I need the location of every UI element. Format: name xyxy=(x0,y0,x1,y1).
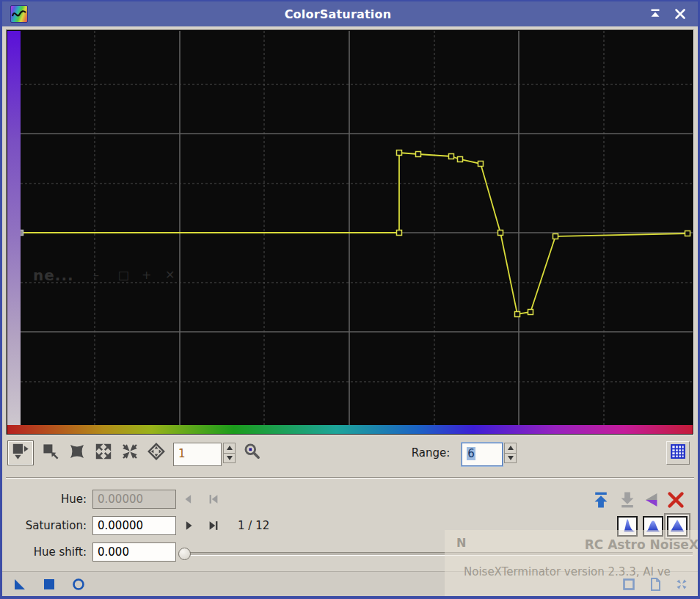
pan-mode-icon xyxy=(147,443,165,463)
zoom-11-icon xyxy=(244,443,261,463)
curve-point[interactable] xyxy=(458,157,463,162)
window-border-left xyxy=(0,0,2,599)
curve-point[interactable] xyxy=(498,230,503,236)
saturation-row: Saturation: 0.00000 1 / 12 xyxy=(0,515,700,536)
saturation-gradient-strip xyxy=(7,31,21,425)
zoom-11-button[interactable] xyxy=(243,443,262,462)
last-point-icon[interactable] xyxy=(207,519,220,532)
realtime-preview-icon[interactable] xyxy=(71,577,86,592)
cubic-interpolation-icon xyxy=(645,517,661,536)
grid-icon xyxy=(670,443,686,462)
shade-icon[interactable] xyxy=(648,7,663,21)
akima-interpolation-icon xyxy=(619,517,635,536)
range-spin-up-button[interactable] xyxy=(504,443,517,453)
next-point-icon[interactable] xyxy=(182,519,195,532)
hue-shift-slider-handle[interactable] xyxy=(178,548,191,560)
reverse-curve-icon xyxy=(641,498,660,512)
delete-point-mode-icon xyxy=(68,443,86,463)
curve-point[interactable] xyxy=(21,230,23,236)
hue-field: 0.00000 xyxy=(92,490,176,509)
zoom-spin-down-button[interactable] xyxy=(223,453,236,464)
zoom-spin-up-button[interactable] xyxy=(223,443,236,453)
range-spin-down-button[interactable] xyxy=(504,453,517,464)
zoom-in-arrows-icon xyxy=(121,443,139,463)
curve-point[interactable] xyxy=(397,150,402,156)
process-button-bar xyxy=(2,571,698,596)
close-icon[interactable] xyxy=(673,7,688,21)
store-curve-button[interactable] xyxy=(591,490,610,509)
apply-icon[interactable] xyxy=(42,577,56,592)
colorsaturation-app-icon xyxy=(10,5,28,23)
select-point-mode-icon xyxy=(42,443,59,463)
point-index: 1 / 12 xyxy=(238,515,269,536)
edit-point-mode-icon xyxy=(12,443,29,463)
linear-interpolation-button[interactable] xyxy=(667,516,688,537)
zoom-spinbox[interactable]: 1 xyxy=(173,443,236,463)
saturation-field[interactable]: 0.00000 xyxy=(92,516,176,535)
zoom-input[interactable]: 1 xyxy=(173,443,222,466)
curve-point[interactable] xyxy=(478,161,484,167)
down-triangle-icon xyxy=(227,456,233,460)
curve-point[interactable] xyxy=(528,310,533,315)
edit-point-mode-button[interactable] xyxy=(7,440,34,465)
colorsaturation-window: ColorSaturation ne... – □ + ✕ xyxy=(0,0,700,599)
cubic-interpolation-button[interactable] xyxy=(643,516,663,537)
up-triangle-icon xyxy=(508,446,514,450)
range-input[interactable]: 6 xyxy=(462,443,503,466)
window-title: ColorSaturation xyxy=(28,7,648,21)
curve-point[interactable] xyxy=(416,152,421,157)
curve-point[interactable] xyxy=(397,230,402,236)
curve-toolbar: 1 Range: 6 xyxy=(6,439,694,467)
up-triangle-icon xyxy=(227,446,233,450)
reverse-curve-button[interactable] xyxy=(641,490,660,509)
toggle-grid-button[interactable] xyxy=(666,441,690,465)
zoom-out-arrows-icon xyxy=(95,443,112,463)
down-triangle-icon xyxy=(508,456,514,460)
restore-curve-button xyxy=(618,490,637,509)
first-point-icon xyxy=(207,493,220,506)
section-separator xyxy=(6,477,694,479)
akima-interpolation-button[interactable] xyxy=(617,516,638,537)
zoom-in-arrows-button[interactable] xyxy=(120,443,139,462)
reset-curve-icon xyxy=(666,498,685,512)
prev-point-icon xyxy=(182,493,195,506)
curve-point[interactable] xyxy=(449,154,454,159)
pan-mode-button[interactable] xyxy=(147,443,166,462)
curve-plot-svg[interactable] xyxy=(21,31,693,425)
curve-point[interactable] xyxy=(515,312,520,317)
range-label: Range: xyxy=(412,446,451,460)
curve-editor[interactable]: ne... – □ + ✕ xyxy=(6,29,694,435)
shrink-icon[interactable] xyxy=(674,577,689,592)
zoom-out-arrows-button[interactable] xyxy=(94,443,113,462)
hue-label: Hue: xyxy=(0,489,87,509)
titlebar[interactable]: ColorSaturation xyxy=(2,1,698,26)
browse-doc-icon[interactable] xyxy=(648,577,663,592)
linear-interpolation-icon xyxy=(669,517,685,536)
select-point-mode-button[interactable] xyxy=(41,443,60,462)
hue-shift-label: Hue shift: xyxy=(0,542,87,562)
hue-gradient-strip xyxy=(7,425,693,434)
curve-point[interactable] xyxy=(553,234,558,239)
window-border-top xyxy=(0,0,700,1)
window-border-bottom xyxy=(0,596,700,599)
range-spinbox[interactable]: 6 xyxy=(462,443,517,463)
delete-point-mode-button[interactable] xyxy=(68,443,87,462)
store-curve-icon xyxy=(591,498,610,512)
saturation-label: Saturation: xyxy=(0,515,87,536)
curve-point[interactable] xyxy=(685,231,690,236)
new-instance-icon[interactable] xyxy=(12,577,27,592)
range-selected-text: 6 xyxy=(467,447,475,460)
reset-curve-button[interactable] xyxy=(666,490,685,509)
edit-instance-icon[interactable] xyxy=(621,577,636,592)
restore-curve-icon xyxy=(618,498,637,512)
hue-shift-slider-track[interactable] xyxy=(181,552,693,556)
hue-shift-field[interactable]: 0.000 xyxy=(92,542,176,562)
